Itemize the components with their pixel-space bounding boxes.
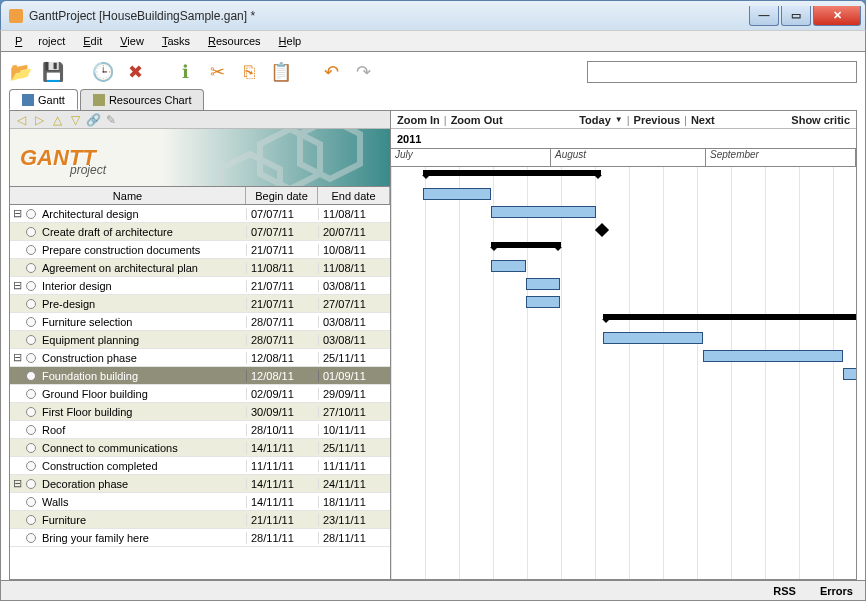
task-row[interactable]: Pre-design21/07/1127/07/11	[10, 295, 390, 313]
status-rss[interactable]: RSS	[773, 585, 796, 597]
task-begin: 14/11/11	[246, 496, 318, 508]
menu-view[interactable]: View	[112, 32, 152, 50]
status-bar: RSS Errors	[0, 581, 866, 601]
task-bar[interactable]	[703, 350, 843, 362]
resources-tab-icon	[93, 94, 105, 106]
task-bar[interactable]	[526, 278, 560, 290]
show-critical-button[interactable]: Show critic	[791, 114, 850, 126]
task-bar[interactable]	[491, 206, 596, 218]
task-end: 11/08/11	[318, 208, 390, 220]
task-bullet-icon	[26, 515, 36, 525]
next-button[interactable]: Next	[691, 114, 715, 126]
task-row[interactable]: ⊟Construction phase12/08/1125/11/11	[10, 349, 390, 367]
task-bullet-icon	[26, 443, 36, 453]
nav-right-icon[interactable]: ▷	[32, 113, 46, 127]
task-begin: 07/07/11	[246, 226, 318, 238]
task-bar[interactable]	[423, 188, 491, 200]
link-icon[interactable]: 🔗	[86, 113, 100, 127]
menu-help[interactable]: Help	[271, 32, 310, 50]
zoom-out-button[interactable]: Zoom Out	[451, 114, 503, 126]
task-bullet-icon	[26, 245, 36, 255]
task-row[interactable]: ⊟Decoration phase14/11/1124/11/11	[10, 475, 390, 493]
save-icon[interactable]: 💾	[41, 60, 65, 84]
task-row[interactable]: Furniture selection28/07/1103/08/11	[10, 313, 390, 331]
task-row[interactable]: Walls14/11/1118/11/11	[10, 493, 390, 511]
task-bullet-icon	[26, 497, 36, 507]
task-name: Roof	[24, 424, 246, 436]
nav-left-icon[interactable]: ◁	[14, 113, 28, 127]
expand-toggle[interactable]: ⊟	[10, 279, 24, 292]
task-bullet-icon	[26, 461, 36, 471]
window-titlebar: GanttProject [HouseBuildingSample.gan] *…	[0, 0, 866, 30]
task-bar[interactable]	[491, 260, 526, 272]
timeline[interactable]: 2011 JulyAugustSeptember	[391, 129, 856, 579]
task-begin: 11/11/11	[246, 460, 318, 472]
tab-resources-label: Resources Chart	[109, 94, 192, 106]
task-row[interactable]: First Floor building30/09/1127/10/11	[10, 403, 390, 421]
today-button[interactable]: Today	[579, 114, 611, 126]
expand-toggle[interactable]: ⊟	[10, 477, 24, 490]
task-row[interactable]: Connect to communications14/11/1125/11/1…	[10, 439, 390, 457]
menu-tasks[interactable]: Tasks	[154, 32, 198, 50]
summary-bar[interactable]	[423, 170, 601, 176]
task-row[interactable]: ⊟Architectural design07/07/1111/08/11	[10, 205, 390, 223]
col-end[interactable]: End date	[318, 187, 390, 204]
task-rows[interactable]: ⊟Architectural design07/07/1111/08/11Cre…	[10, 205, 390, 579]
undo-icon[interactable]: ↶	[319, 60, 343, 84]
task-end: 01/09/11	[318, 370, 390, 382]
task-row[interactable]: Prepare construction documents21/07/1110…	[10, 241, 390, 259]
menu-project[interactable]: Project	[7, 32, 73, 50]
summary-bar[interactable]	[603, 314, 856, 320]
task-bar[interactable]	[526, 296, 560, 308]
nav-down-icon[interactable]: ▽	[68, 113, 82, 127]
expand-toggle[interactable]: ⊟	[10, 351, 24, 364]
menu-edit[interactable]: Edit	[75, 32, 110, 50]
task-row[interactable]: Bring your family here28/11/1128/11/11	[10, 529, 390, 547]
tab-gantt[interactable]: Gantt	[9, 89, 78, 110]
task-name: Architectural design	[24, 208, 246, 220]
gantt-tab-icon	[22, 94, 34, 106]
delete-icon[interactable]: ✖	[123, 60, 147, 84]
close-button[interactable]: ✕	[813, 6, 861, 26]
col-begin[interactable]: Begin date	[246, 187, 318, 204]
task-row[interactable]: Ground Floor building02/09/1129/09/11	[10, 385, 390, 403]
col-name[interactable]: Name	[10, 187, 246, 204]
expand-toggle[interactable]: ⊟	[10, 207, 24, 220]
task-bar[interactable]	[843, 368, 856, 380]
redo-icon[interactable]: ↷	[351, 60, 375, 84]
unlink-icon[interactable]: ✎	[104, 113, 118, 127]
task-row[interactable]: Roof28/10/1110/11/11	[10, 421, 390, 439]
cut-icon[interactable]: ✂	[205, 60, 229, 84]
tab-resources[interactable]: Resources Chart	[80, 89, 205, 110]
task-row[interactable]: Create draft of architecture07/07/1120/0…	[10, 223, 390, 241]
status-errors[interactable]: Errors	[820, 585, 853, 597]
minimize-button[interactable]: —	[749, 6, 779, 26]
maximize-button[interactable]: ▭	[781, 6, 811, 26]
nav-up-icon[interactable]: △	[50, 113, 64, 127]
task-name: First Floor building	[24, 406, 246, 418]
task-end: 10/11/11	[318, 424, 390, 436]
today-dropdown-icon[interactable]: ▼	[615, 115, 623, 124]
window-title: GanttProject [HouseBuildingSample.gan] *	[29, 9, 747, 23]
task-row[interactable]: Equipment planning28/07/1103/08/11	[10, 331, 390, 349]
clock-icon[interactable]: 🕒	[91, 60, 115, 84]
summary-bar[interactable]	[491, 242, 561, 248]
menu-resources[interactable]: Resources	[200, 32, 269, 50]
task-row[interactable]: ⊟Interior design21/07/1103/08/11	[10, 277, 390, 295]
info-icon[interactable]: ℹ	[173, 60, 197, 84]
task-row[interactable]: Furniture21/11/1123/11/11	[10, 511, 390, 529]
task-bullet-icon	[26, 407, 36, 417]
open-icon[interactable]: 📂	[9, 60, 33, 84]
paste-icon[interactable]: 📋	[269, 60, 293, 84]
copy-icon[interactable]: ⎘	[237, 60, 261, 84]
task-begin: 07/07/11	[246, 208, 318, 220]
task-bar[interactable]	[603, 332, 703, 344]
task-row[interactable]: Agreement on architectural plan11/08/111…	[10, 259, 390, 277]
previous-button[interactable]: Previous	[634, 114, 680, 126]
task-row[interactable]: Foundation building12/08/1101/09/11	[10, 367, 390, 385]
month-august: August	[551, 149, 706, 166]
task-begin: 28/10/11	[246, 424, 318, 436]
zoom-in-button[interactable]: Zoom In	[397, 114, 440, 126]
search-input[interactable]	[587, 61, 857, 83]
task-row[interactable]: Construction completed11/11/1111/11/11	[10, 457, 390, 475]
